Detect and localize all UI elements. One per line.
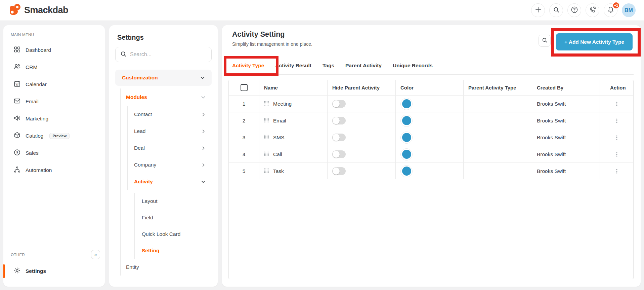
sidebar-item-marketing[interactable]: Marketing <box>3 110 105 127</box>
drag-handle-icon[interactable] <box>264 135 269 141</box>
tab-parent-activity[interactable]: Parent Activity <box>345 57 382 74</box>
activity-type-name: SMS <box>273 135 285 141</box>
envelope-icon <box>13 97 21 106</box>
sidebar-item-email[interactable]: Email <box>3 93 105 110</box>
sidebar-item-dashboard[interactable]: Dashboard <box>3 41 105 59</box>
row-number: 3 <box>243 135 246 141</box>
chevron-down-icon <box>201 95 206 100</box>
collapse-sidebar-button[interactable]: « <box>91 250 100 259</box>
tree-item-layout[interactable]: Layout <box>135 193 212 209</box>
sidebar-item-label: Marketing <box>26 116 48 122</box>
tab-tags[interactable]: Tags <box>323 57 334 74</box>
color-swatch[interactable] <box>400 148 413 160</box>
notifications-button[interactable]: +1 <box>604 3 617 17</box>
color-swatch[interactable] <box>400 132 413 144</box>
color-swatch[interactable] <box>400 115 413 127</box>
table-row: 3 SMS Brooks Swift <box>229 129 633 146</box>
hide-parent-toggle[interactable] <box>332 150 346 158</box>
chevron-right-icon <box>201 112 206 117</box>
other-section-row: OTHER « <box>3 250 105 259</box>
add-new-activity-type-button[interactable]: + Add New Activity Type <box>556 33 633 50</box>
smackdab-logo-icon <box>9 4 21 17</box>
activity-type-name: Email <box>273 118 286 124</box>
created-by-value: Brooks Swift <box>537 151 566 157</box>
brand-logo[interactable]: Smackdab <box>9 4 68 17</box>
megaphone-icon <box>13 114 21 123</box>
color-swatch[interactable] <box>400 165 413 177</box>
sidebar-item-label: Sales <box>26 150 39 156</box>
table-row: 5 Task Brooks Swift <box>229 162 633 179</box>
column-header-color: Color <box>400 85 414 90</box>
select-all-checkbox[interactable] <box>241 84 248 91</box>
tree-item-lead[interactable]: Lead <box>128 123 212 140</box>
row-actions-menu-icon[interactable] <box>614 101 619 107</box>
drag-handle-icon[interactable] <box>264 118 269 124</box>
chevron-right-icon <box>201 146 206 150</box>
main-content: Activity Setting Simplify list managemen… <box>222 25 641 287</box>
avatar[interactable]: BM <box>622 3 636 17</box>
call-button[interactable] <box>586 3 599 17</box>
settings-tree: Modules Contact Lead Deal Company <box>120 88 212 276</box>
settings-search-box[interactable] <box>115 47 212 62</box>
sidebar-item-label: Email <box>26 99 39 105</box>
table-row: 4 Call Brooks Swift <box>229 146 633 162</box>
sidebar: MAIN MENU Dashboard CRM 12 Calendar Emai… <box>3 25 105 287</box>
sidebar-item-sales[interactable]: $ Sales <box>3 144 105 161</box>
tree-item-quick-look-card[interactable]: Quick Look Card <box>135 226 212 242</box>
sidebar-item-label: CRM <box>26 64 37 70</box>
row-actions-menu-icon[interactable] <box>614 135 619 140</box>
created-by-value: Brooks Swift <box>537 101 566 107</box>
tree-item-entity[interactable]: Entity <box>121 259 212 276</box>
color-swatch[interactable] <box>400 98 413 110</box>
tree-item-deal[interactable]: Deal <box>128 140 212 156</box>
drag-handle-icon[interactable] <box>264 168 269 174</box>
calendar-icon: 12 <box>13 80 21 89</box>
activity-type-name: Task <box>273 168 284 174</box>
drag-handle-icon[interactable] <box>264 151 269 157</box>
sidebar-item-automation[interactable]: Automation <box>3 161 105 179</box>
tree-item-modules[interactable]: Modules <box>121 88 212 106</box>
tab-bar: Activity Type Activity Result Tags Paren… <box>228 57 634 75</box>
plus-icon <box>535 6 542 14</box>
search-icon <box>120 51 127 59</box>
row-actions-menu-icon[interactable] <box>614 118 619 123</box>
sidebar-item-crm[interactable]: CRM <box>3 59 105 76</box>
package-icon <box>13 132 21 140</box>
tree-item-company[interactable]: Company <box>128 156 212 173</box>
row-actions-menu-icon[interactable] <box>614 152 619 157</box>
row-number: 1 <box>243 101 246 107</box>
help-button[interactable] <box>567 3 581 17</box>
table-header-row: Name Hide Parent Activity Color Parent A… <box>229 80 633 95</box>
tab-unique-records[interactable]: Unique Records <box>393 57 433 74</box>
hide-parent-toggle[interactable] <box>332 134 346 141</box>
tree-item-setting[interactable]: Setting <box>135 242 212 259</box>
tree-item-activity[interactable]: Activity <box>128 173 212 190</box>
hide-parent-toggle[interactable] <box>332 100 346 108</box>
main-menu-label: MAIN MENU <box>11 33 97 37</box>
grid-icon <box>13 46 21 55</box>
table-row: 2 Email Brooks Swift <box>229 112 633 129</box>
column-header-name: Name <box>264 85 278 90</box>
drag-handle-icon[interactable] <box>264 101 269 107</box>
sidebar-item-calendar[interactable]: 12 Calendar <box>3 76 105 93</box>
phone-icon <box>589 6 596 15</box>
hide-parent-toggle[interactable] <box>332 167 346 175</box>
sidebar-item-settings[interactable]: Settings <box>3 264 105 278</box>
tree-item-contact[interactable]: Contact <box>128 106 212 123</box>
add-button[interactable] <box>531 3 545 17</box>
tree-item-field[interactable]: Field <box>135 209 212 226</box>
preview-badge: Preview <box>49 133 70 139</box>
users-icon <box>13 63 21 72</box>
tab-activity-type[interactable]: Activity Type <box>232 57 264 74</box>
row-actions-menu-icon[interactable] <box>614 169 619 174</box>
settings-search-input[interactable] <box>130 51 207 58</box>
hide-parent-toggle[interactable] <box>332 117 346 124</box>
global-search-button[interactable] <box>549 3 563 17</box>
tree-item-customization[interactable]: Customization <box>115 70 212 86</box>
table-search-button[interactable] <box>539 35 551 47</box>
sidebar-item-label: Automation <box>26 167 52 173</box>
svg-text:$: $ <box>16 150 18 154</box>
active-indicator-bar <box>3 264 5 278</box>
sidebar-item-catalog[interactable]: Catalog Preview <box>3 127 105 144</box>
tab-activity-result[interactable]: Activity Result <box>275 57 311 74</box>
